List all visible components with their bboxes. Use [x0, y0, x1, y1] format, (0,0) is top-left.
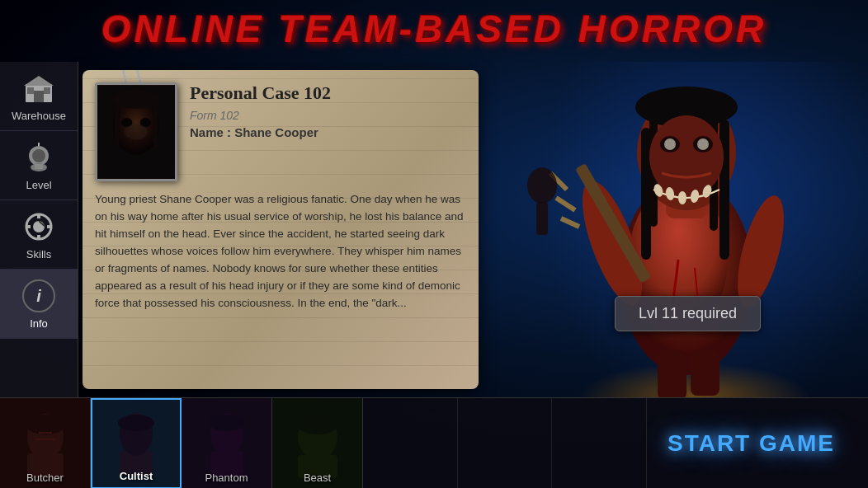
svg-point-34	[649, 115, 724, 198]
case-header: Personal Case 102 Form 102 Name : Shane …	[95, 82, 466, 181]
svg-line-48	[556, 198, 575, 210]
svg-rect-52	[658, 350, 686, 397]
sidebar: Warehouse Level Skills	[0, 62, 78, 397]
info-icon: i	[21, 278, 57, 314]
sidebar-item-level[interactable]: Level	[0, 131, 78, 200]
level-icon	[21, 139, 57, 176]
case-body: Young priest Shane Cooper was a religiou…	[95, 191, 466, 312]
character-slot-butcher[interactable]: Butcher	[0, 398, 91, 489]
empty-slot-5	[363, 398, 458, 489]
svg-point-37	[664, 138, 676, 150]
svg-point-11	[33, 221, 45, 232]
svg-point-21	[111, 90, 161, 109]
svg-rect-30	[719, 120, 729, 260]
character-slot-cultist[interactable]: Cultist	[91, 398, 182, 489]
character-photo	[95, 82, 177, 181]
sidebar-item-warehouse[interactable]: Warehouse	[0, 62, 78, 131]
sidebar-skills-label: Skills	[26, 248, 51, 260]
svg-point-50	[527, 167, 557, 204]
svg-rect-9	[35, 164, 43, 169]
svg-rect-53	[691, 350, 719, 396]
case-subtitle: Form 102	[190, 109, 466, 122]
case-title: Personal Case 102	[190, 82, 466, 104]
level-badge-text: Lvl 11 required	[639, 305, 737, 321]
sidebar-item-skills[interactable]: Skills	[0, 200, 78, 270]
page-title: ONLINE TEAM-BASED HORROR	[0, 7, 868, 51]
monster-area	[483, 62, 868, 397]
empty-slot-6	[458, 398, 553, 489]
sidebar-info-label: Info	[30, 317, 48, 330]
cultist-label: Cultist	[120, 470, 153, 482]
svg-point-24	[125, 124, 148, 140]
svg-rect-20	[153, 101, 158, 147]
svg-point-38	[697, 138, 709, 150]
warehouse-icon	[21, 70, 57, 106]
level-badge: Lvl 11 required	[615, 296, 761, 331]
svg-marker-1	[24, 76, 54, 86]
beast-label: Beast	[304, 472, 331, 484]
svg-point-40	[678, 191, 686, 204]
svg-rect-15	[47, 225, 51, 228]
svg-rect-13	[37, 235, 40, 239]
butcher-label: Butcher	[26, 472, 64, 484]
phantom-label: Phantom	[205, 472, 248, 484]
case-panel: Personal Case 102 Form 102 Name : Shane …	[83, 70, 479, 389]
character-slot-beast[interactable]: Beast	[272, 398, 363, 489]
start-game-label: START GAME	[668, 430, 835, 456]
svg-rect-14	[26, 225, 31, 228]
svg-rect-2	[34, 91, 44, 102]
svg-rect-4	[44, 87, 50, 94]
case-name: Name : Shane Cooper	[190, 125, 466, 139]
svg-rect-12	[37, 214, 40, 218]
svg-point-63	[209, 415, 245, 431]
svg-line-49	[561, 218, 579, 227]
start-game-button[interactable]: START GAME	[647, 422, 856, 465]
svg-point-6	[32, 149, 45, 162]
case-info: Personal Case 102 Form 102 Name : Shane …	[190, 82, 466, 139]
character-slot-phantom[interactable]: Phantom	[182, 398, 272, 489]
sidebar-level-label: Level	[26, 179, 51, 191]
sidebar-warehouse-label: Warehouse	[12, 110, 66, 122]
empty-slot-7	[552, 398, 647, 489]
sidebar-item-info[interactable]: i Info	[0, 270, 78, 339]
svg-rect-19	[115, 101, 120, 147]
skills-icon	[21, 209, 57, 245]
character-selection-bar: Butcher Cultist Phantom	[0, 397, 868, 488]
svg-rect-3	[27, 87, 34, 94]
svg-point-55	[26, 415, 65, 434]
svg-rect-51	[536, 202, 548, 235]
main-content: Personal Case 102 Form 102 Name : Shane …	[78, 62, 868, 397]
